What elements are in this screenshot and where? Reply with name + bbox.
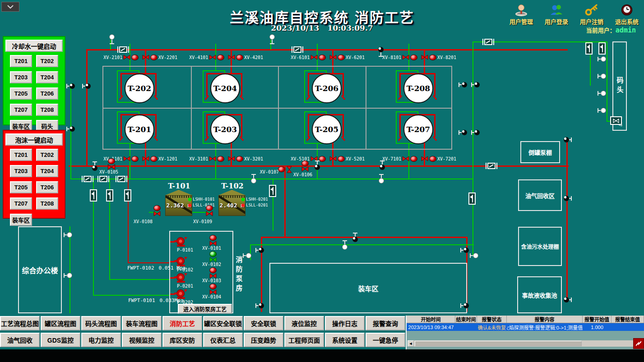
nav-instrument-summary[interactable]: 仪表汇总 <box>203 333 243 347</box>
cooling-t208-button[interactable]: T208 <box>36 104 58 116</box>
nav-tank-farm-flow[interactable]: 罐区流程图 <box>41 316 80 330</box>
col-end-value[interactable]: 报警结束值 <box>612 316 644 323</box>
cooling-t206-button[interactable]: T206 <box>36 87 58 100</box>
col-start-value[interactable]: 报警开始值 <box>583 316 612 323</box>
nav-engineer-page[interactable]: 工程师页面 <box>284 333 324 347</box>
valve-icon[interactable] <box>329 156 337 161</box>
dock-pump-icon[interactable] <box>610 116 622 125</box>
tank-T-207[interactable]: T-207 <box>403 115 433 144</box>
nav-tank-safety-interlock[interactable]: 罐区安全联锁 <box>203 316 243 330</box>
valve-XV-0106[interactable] <box>301 160 309 172</box>
valve-icon[interactable] <box>209 156 216 161</box>
tank-T-208[interactable]: T-208 <box>403 73 433 103</box>
foam-t201-button[interactable]: T201 <box>10 149 32 161</box>
valve-icon[interactable] <box>329 55 337 60</box>
foam-t203-button[interactable]: T203 <box>10 165 32 177</box>
nav-process-overview[interactable]: 工艺流程总图 <box>0 316 40 330</box>
cooling-t202-button[interactable]: T202 <box>36 55 58 67</box>
tank-T-206[interactable]: T-206 <box>312 73 342 103</box>
valve-XV-0108[interactable] <box>153 205 161 216</box>
col-start-time[interactable]: 开始时间 <box>407 316 455 323</box>
valve-XV-0107[interactable] <box>278 166 293 172</box>
valve-pair: XV-8101 XV-8201 <box>380 54 459 61</box>
tank-T-203[interactable]: T-203 <box>210 115 240 144</box>
nav-video-monitor[interactable]: 视频监控 <box>122 333 162 347</box>
valve-label: XV-6201 <box>346 55 368 60</box>
cooling-t201-button[interactable]: T201 <box>10 55 32 67</box>
cooling-t205-button[interactable]: T205 <box>10 87 32 100</box>
valve-icon[interactable] <box>402 156 409 161</box>
foam-t207-button[interactable]: T207 <box>10 197 32 210</box>
enter-pump-house-button[interactable]: 进入消防泵房工艺 <box>178 304 232 314</box>
nav-level-monitor[interactable]: 液位监控 <box>284 316 324 330</box>
valve-icon[interactable] <box>310 55 318 60</box>
nav-site-security[interactable]: 库区安防 <box>162 333 202 347</box>
valve-icon[interactable] <box>421 156 428 161</box>
tank-T-204[interactable]: T-204 <box>210 73 240 103</box>
pump-icon-P-0101[interactable] <box>174 236 188 247</box>
cooling-t204-button[interactable]: T204 <box>36 71 58 83</box>
alarm-hscrollbar[interactable]: ◄ <box>408 340 633 347</box>
sprinkler-icon <box>597 73 607 79</box>
nav-system-settings[interactable]: 系统设置 <box>325 333 365 347</box>
scroll-thumb[interactable] <box>415 341 582 346</box>
valve-pair: XV-3101 XV-3201 <box>187 155 266 162</box>
nav-operation-log[interactable]: 操作日志 <box>325 316 365 330</box>
cooling-t203-button[interactable]: T203 <box>10 71 32 83</box>
valve-XV-0103[interactable] <box>209 267 217 279</box>
col-content[interactable]: 报警内容 <box>507 316 583 323</box>
foam-t205-button[interactable]: T205 <box>10 181 32 193</box>
valve-icon[interactable] <box>123 156 130 161</box>
valve-XV-0109[interactable] <box>206 205 213 216</box>
valve-icon[interactable] <box>123 55 130 60</box>
nav-fire-process[interactable]: 消防工艺 <box>162 316 202 330</box>
foam-t204-button[interactable]: T204 <box>36 165 58 177</box>
pressure-value: 0.033Mpa <box>160 298 184 303</box>
nav-pressure-trend[interactable]: 压变趋势 <box>244 333 283 347</box>
valve-XV-0102[interactable] <box>209 251 217 262</box>
valve-indicator <box>209 251 217 257</box>
valve-icon[interactable] <box>228 156 235 161</box>
nav-dock-flow[interactable]: 码头流程图 <box>81 316 121 330</box>
nav-loading-flow[interactable]: 装车流程图 <box>122 316 162 330</box>
alarm-row[interactable]: 2023/10/13 09:34:47 确认&未恢复 火焰探测报警:报警逻辑:0… <box>407 323 644 331</box>
valve-XV-0105[interactable] <box>107 158 116 170</box>
valve-icon[interactable] <box>142 156 149 161</box>
nav-gds-monitor[interactable]: GDS监控 <box>41 333 80 347</box>
cooling-one-key-title-button[interactable]: 冷却水一键启动 <box>5 40 63 52</box>
nav-emergency-stop[interactable]: 一键急停 <box>366 333 405 347</box>
valve-icon[interactable] <box>228 55 235 60</box>
col-status[interactable]: 报警状态 <box>477 316 507 323</box>
user-logout-button[interactable]: 用户注销 <box>580 4 603 26</box>
exit-system-button[interactable]: 退出系统 <box>615 4 639 26</box>
foam-t206-button[interactable]: T206 <box>36 181 58 193</box>
tank-T-202[interactable]: T-202 <box>125 73 154 103</box>
tank-T-201[interactable]: T-201 <box>125 115 154 144</box>
user-logout-label: 用户注销 <box>580 17 603 26</box>
cooling-t207-button[interactable]: T207 <box>10 104 32 116</box>
alarm-flag-button[interactable] <box>633 338 644 349</box>
foam-loading-area-button[interactable]: 装车区 <box>10 214 32 226</box>
nav-vapor-recovery[interactable]: 油气回收 <box>0 333 40 347</box>
valve-icon[interactable] <box>421 55 428 60</box>
nav-safety-interlock[interactable]: 安全联锁 <box>244 316 283 330</box>
user-manage-button[interactable]: 用户管理 <box>510 4 533 26</box>
nav-alarm-query[interactable]: 报警查询 <box>366 316 405 330</box>
valve-icon[interactable] <box>209 55 216 60</box>
valve-XV-0101[interactable] <box>209 235 217 246</box>
tank-T-205[interactable]: T-205 <box>312 115 342 144</box>
nav-power-monitor[interactable]: 电力监控 <box>81 333 121 347</box>
foam-one-key-title-button[interactable]: 泡沫一键启动 <box>5 133 63 146</box>
pipe-segment <box>566 140 568 302</box>
user-login-button[interactable]: 用户登录 <box>545 4 568 26</box>
pipe-segment <box>250 244 474 245</box>
pump-icon-P-0201[interactable] <box>174 272 188 283</box>
foam-t202-button[interactable]: T202 <box>36 149 58 161</box>
col-end-time[interactable]: 结束时间 <box>455 316 477 323</box>
valve-icon[interactable] <box>142 55 149 60</box>
valve-XV-0104[interactable] <box>209 284 217 295</box>
scroll-left-arrow[interactable]: ◄ <box>408 340 414 347</box>
valve-indicator <box>108 158 115 164</box>
valve-icon[interactable] <box>402 55 409 60</box>
foam-t208-button[interactable]: T208 <box>36 197 58 210</box>
